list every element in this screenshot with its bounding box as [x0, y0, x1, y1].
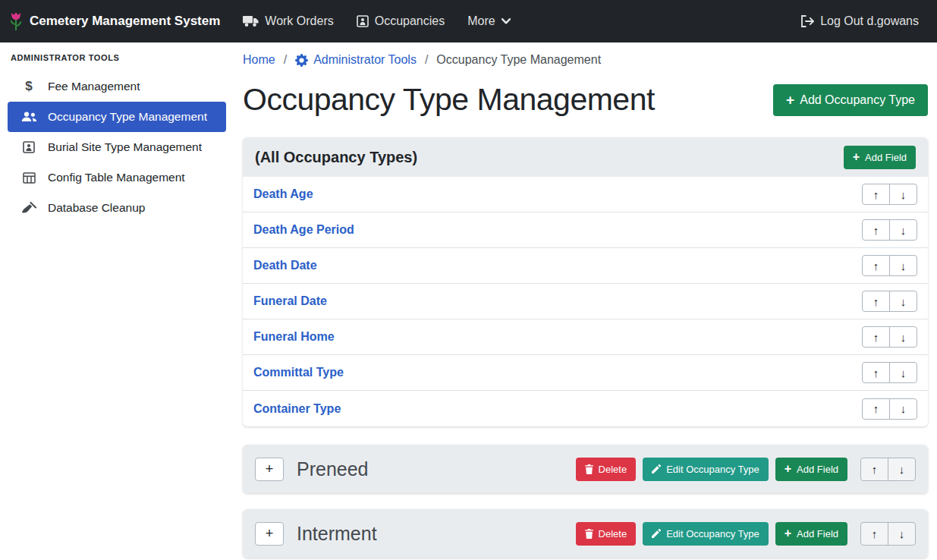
move-down-button[interactable]: ↓: [889, 219, 917, 241]
logout-button[interactable]: Log Out d.gowans: [800, 14, 919, 28]
field-link[interactable]: Death Date: [253, 259, 317, 272]
field-row: Funeral Date ↑ ↓: [243, 284, 928, 319]
gear-icon: [295, 54, 308, 67]
edit-occupancy-type-button[interactable]: Edit Occupancy Type: [643, 522, 769, 546]
section-title: Interment: [297, 523, 377, 545]
edit-label: Edit Occupancy Type: [666, 464, 759, 475]
field-link[interactable]: Container Type: [253, 402, 341, 416]
arrow-down-icon: ↓: [899, 463, 905, 476]
move-up-button[interactable]: ↑: [862, 326, 890, 348]
edit-occupancy-type-button[interactable]: Edit Occupancy Type: [643, 458, 769, 481]
sidebar-item-database-cleanup[interactable]: Database Cleanup: [8, 193, 226, 223]
occupancy-type-sections: + Preneed Delete: [243, 445, 928, 558]
move-down-button[interactable]: ↓: [889, 291, 917, 312]
sidebar-item-label: Config Table Management: [48, 171, 185, 184]
field-row: Funeral Home ↑ ↓: [243, 319, 928, 355]
move-down-button[interactable]: ↓: [888, 458, 916, 481]
app-brand[interactable]: Cemetery Management System: [9, 11, 220, 32]
breadcrumb-home-link[interactable]: Home: [243, 53, 275, 67]
delete-label: Delete: [599, 528, 627, 540]
breadcrumb-admin-tools-link[interactable]: Administrator Tools: [295, 53, 417, 67]
occupancy-type-section: + Preneed Delete: [243, 445, 928, 493]
field-row: Death Age ↑ ↓: [243, 177, 928, 212]
move-up-button[interactable]: ↑: [862, 398, 890, 420]
move-down-button[interactable]: ↓: [888, 522, 916, 546]
occupancy-type-section-header: + Interment Delete: [243, 509, 928, 558]
add-field-label: Add Field: [797, 528, 838, 540]
delete-label: Delete: [599, 464, 627, 475]
field-row: Committal Type ↑ ↓: [243, 355, 928, 391]
add-occupancy-type-button[interactable]: + Add Occupancy Type: [773, 84, 928, 116]
add-field-button[interactable]: + Add Field: [775, 522, 847, 546]
move-down-button[interactable]: ↓: [889, 362, 917, 383]
breadcrumb-separator: /: [425, 53, 428, 67]
reorder-button-group: ↑ ↓: [862, 398, 917, 420]
arrow-up-icon: ↑: [872, 463, 878, 476]
chevron-down-icon: [502, 18, 511, 24]
add-field-button[interactable]: + Add Field: [844, 146, 916, 169]
section-title: Preneed: [297, 458, 369, 480]
sidebar-item-label: Occupancy Type Management: [48, 110, 207, 124]
move-down-button[interactable]: ↓: [889, 398, 917, 420]
reorder-button-group: ↑ ↓: [860, 522, 916, 546]
move-up-button[interactable]: ↑: [862, 291, 890, 312]
arrow-down-icon: ↓: [901, 260, 907, 272]
move-up-button[interactable]: ↑: [862, 219, 890, 241]
section-actions: Delete Edit Occupancy Type + Add Field: [576, 522, 916, 546]
arrow-up-icon: ↑: [873, 260, 879, 272]
add-field-button[interactable]: + Add Field: [775, 458, 847, 481]
expand-section-button[interactable]: +: [255, 522, 284, 546]
field-row-list: Death Age ↑ ↓ Death Age Period ↑ ↓ Death…: [243, 177, 928, 426]
table-icon: [20, 172, 38, 184]
main-content: Home / Administrator Tools / Occupancy T…: [243, 42, 928, 560]
navbar-links: Work Orders Occupancies More: [243, 14, 510, 28]
delete-occupancy-type-button[interactable]: Delete: [576, 458, 637, 481]
sidebar-item-occupancy-type-management[interactable]: Occupancy Type Management: [8, 102, 226, 132]
add-field-label: Add Field: [865, 152, 907, 163]
field-link[interactable]: Death Age Period: [253, 223, 354, 237]
pencil-icon: [652, 529, 661, 538]
flower-logo-icon: [9, 11, 23, 32]
delete-occupancy-type-button[interactable]: Delete: [576, 522, 637, 546]
nav-work-orders-label: Work Orders: [265, 14, 333, 28]
top-navbar: Cemetery Management System Work Orders: [0, 0, 937, 42]
field-link[interactable]: Funeral Home: [253, 330, 335, 344]
move-down-button[interactable]: ↓: [889, 255, 917, 276]
nav-more-label: More: [467, 14, 495, 28]
arrow-down-icon: ↓: [901, 402, 907, 415]
sidebar-item-config-table-management[interactable]: Config Table Management: [8, 162, 226, 193]
move-up-button[interactable]: ↑: [862, 255, 890, 276]
move-down-button[interactable]: ↓: [889, 326, 917, 348]
arrow-up-icon: ↑: [872, 527, 878, 540]
move-up-button[interactable]: ↑: [862, 184, 890, 205]
logout-label: Log Out d.gowans: [820, 14, 919, 28]
reorder-button-group: ↑ ↓: [862, 362, 917, 383]
field-row: Container Type ↑ ↓: [243, 391, 928, 426]
sidebar-item-label: Burial Site Type Management: [48, 140, 202, 154]
arrow-down-icon: ↓: [899, 527, 905, 540]
occupancy-type-section-header: + Preneed Delete: [243, 445, 928, 493]
nav-occupancies[interactable]: Occupancies: [357, 14, 445, 28]
reorder-button-group: ↑ ↓: [860, 458, 916, 481]
move-up-button[interactable]: ↑: [862, 362, 890, 383]
sidebar-item-fee-management[interactable]: $ Fee Management: [8, 71, 226, 102]
section-actions: Delete Edit Occupancy Type + Add Field: [576, 458, 916, 481]
nav-work-orders[interactable]: Work Orders: [243, 14, 333, 28]
move-up-button[interactable]: ↑: [860, 458, 888, 481]
move-up-button[interactable]: ↑: [860, 522, 888, 546]
sidebar-item-burial-site-type-management[interactable]: Burial Site Type Management: [8, 132, 226, 162]
all-occupancy-types-title: (All Occupancy Types): [255, 149, 417, 166]
plus-icon: +: [853, 151, 860, 163]
field-link[interactable]: Committal Type: [253, 366, 344, 379]
nav-more[interactable]: More: [467, 14, 510, 28]
trash-icon: [585, 464, 593, 474]
breadcrumb-current: Occupancy Type Management: [436, 53, 601, 67]
person-booth-icon: [357, 15, 369, 27]
nav-occupancies-label: Occupancies: [375, 14, 445, 28]
expand-section-button[interactable]: +: [255, 458, 284, 481]
reorder-button-group: ↑ ↓: [862, 219, 917, 241]
field-link[interactable]: Death Age: [253, 187, 313, 201]
field-link[interactable]: Funeral Date: [253, 294, 327, 308]
move-down-button[interactable]: ↓: [889, 184, 917, 205]
dollar-icon: $: [20, 79, 38, 94]
